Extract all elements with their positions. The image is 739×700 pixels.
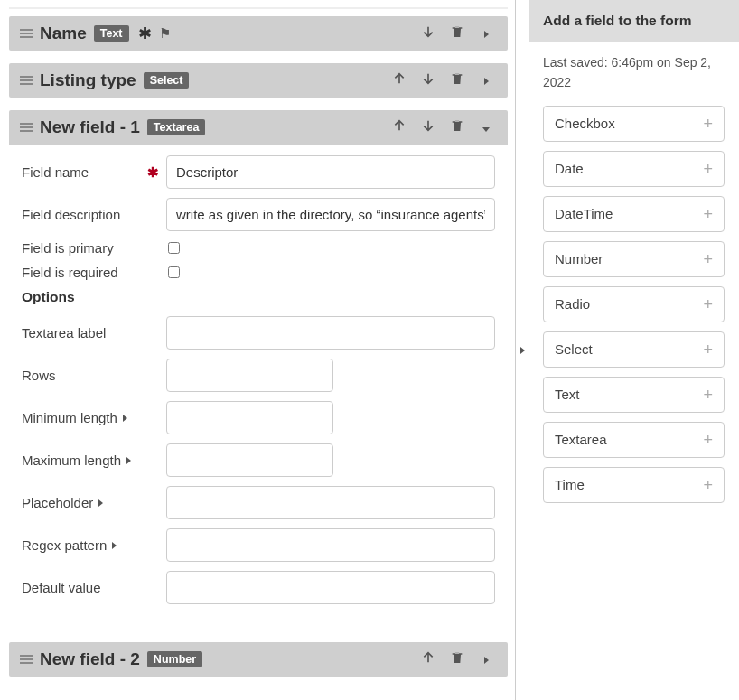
row-field-description: Field description	[22, 198, 495, 231]
delete-button[interactable]	[446, 650, 468, 668]
row-regex: Regex pattern	[22, 528, 495, 562]
field-type-radio[interactable]: Radio+	[543, 286, 725, 322]
field-type-date[interactable]: Date+	[543, 151, 725, 187]
collapse-button[interactable]	[475, 119, 497, 135]
chevron-right-icon	[112, 542, 117, 549]
field-type-textarea[interactable]: Textarea+	[543, 422, 725, 458]
field-description-input[interactable]	[166, 198, 495, 231]
plus-icon: +	[703, 116, 713, 132]
sidebar: Add a field to the form Last saved: 6:46…	[529, 0, 739, 700]
field-card-header[interactable]: Name Text ✱ ⚑	[9, 16, 508, 51]
expand-button[interactable]	[475, 651, 497, 667]
plus-icon: +	[703, 341, 713, 358]
move-up-button[interactable]	[388, 118, 410, 136]
expand-button[interactable]	[475, 72, 497, 89]
max-length-input[interactable]	[166, 443, 333, 477]
label-field-name: Field name ✱	[22, 164, 166, 181]
field-type-number[interactable]: Number+	[543, 241, 725, 277]
plus-icon: +	[703, 296, 713, 313]
field-type-badge: Number	[147, 651, 202, 667]
field-type-label: Checkbox	[555, 116, 615, 131]
field-type-label: Textarea	[555, 432, 607, 447]
sidebar-body: Last saved: 6:46pm on Sep 2, 2022 Checkb…	[529, 42, 739, 523]
field-title: New field - 2	[40, 649, 140, 669]
field-type-text[interactable]: Text+	[543, 377, 725, 413]
chevron-right-icon	[98, 499, 103, 507]
move-up-button[interactable]	[417, 650, 439, 668]
plus-icon: +	[703, 432, 713, 448]
form-fields-panel: Name Text ✱ ⚑ Listing type Select	[0, 0, 516, 700]
sidebar-title: Add a field to the form	[529, 0, 739, 42]
field-title: Name	[40, 23, 87, 43]
field-primary-checkbox[interactable]	[168, 242, 180, 254]
field-card: Name Text ✱ ⚑	[9, 16, 508, 51]
move-down-button[interactable]	[417, 71, 439, 89]
label-rows: Rows	[22, 368, 166, 383]
drag-handle-icon[interactable]	[20, 123, 33, 132]
field-type-datetime[interactable]: DateTime+	[543, 196, 725, 232]
expand-button[interactable]	[475, 25, 497, 42]
label-textarea-label: Textarea label	[22, 325, 166, 341]
move-down-button[interactable]	[417, 118, 439, 136]
field-name-input[interactable]	[166, 155, 495, 189]
delete-button[interactable]	[446, 71, 468, 89]
field-card-header[interactable]: Listing type Select	[9, 63, 508, 98]
drag-handle-icon[interactable]	[20, 76, 33, 85]
field-type-label: DateTime	[555, 206, 613, 221]
field-type-label: Radio	[555, 296, 590, 312]
field-type-label: Date	[555, 161, 584, 176]
chevron-right-icon	[123, 415, 127, 422]
row-rows: Rows	[22, 359, 495, 392]
plus-icon: +	[703, 251, 713, 267]
default-value-input[interactable]	[166, 571, 495, 604]
row-textarea-label: Textarea label	[22, 316, 495, 350]
field-type-checkbox[interactable]: Checkbox+	[543, 106, 725, 142]
field-type-list: Checkbox+ Date+ DateTime+ Number+ Radio+…	[543, 106, 725, 503]
field-card-header[interactable]: New field - 1 Textarea	[9, 110, 508, 145]
row-max-length: Maximum length	[22, 443, 495, 477]
field-card: Listing type Select	[9, 63, 508, 98]
delete-button[interactable]	[446, 24, 468, 42]
field-card-body: Field name ✱ Field description Field is …	[9, 145, 508, 630]
required-icon: ✱	[138, 23, 152, 43]
min-length-input[interactable]	[166, 401, 333, 434]
field-title: Listing type	[40, 70, 136, 90]
top-divider	[9, 7, 508, 9]
field-type-badge: Select	[144, 72, 190, 89]
field-card: New field - 2 Number	[9, 642, 508, 677]
field-title: New field - 1	[40, 117, 140, 137]
field-card-header[interactable]: New field - 2 Number	[9, 642, 508, 677]
row-field-primary: Field is primary	[22, 240, 495, 256]
textarea-label-input[interactable]	[166, 316, 495, 350]
field-card-expanded: New field - 1 Textarea Field name ✱	[9, 110, 508, 630]
label-field-required: Field is required	[22, 265, 166, 280]
flag-icon: ⚑	[159, 25, 171, 42]
regex-input[interactable]	[166, 528, 495, 562]
row-default: Default value	[22, 571, 495, 604]
row-field-required: Field is required	[22, 265, 495, 280]
placeholder-input[interactable]	[166, 486, 495, 519]
field-type-badge: Text	[94, 25, 129, 42]
row-min-length: Minimum length	[22, 401, 495, 434]
label-min-length: Minimum length	[22, 410, 166, 425]
field-required-checkbox[interactable]	[168, 266, 180, 278]
row-field-name: Field name ✱	[22, 155, 495, 189]
sidebar-toggle[interactable]	[516, 0, 529, 700]
chevron-right-icon	[520, 347, 525, 354]
last-saved-text: Last saved: 6:46pm on Sep 2, 2022	[543, 52, 725, 93]
move-up-button[interactable]	[388, 71, 410, 89]
plus-icon: +	[703, 206, 713, 222]
chevron-right-icon	[126, 457, 131, 464]
field-type-select[interactable]: Select+	[543, 331, 725, 368]
field-type-label: Number	[555, 251, 603, 266]
field-type-label: Text	[555, 387, 580, 402]
drag-handle-icon[interactable]	[20, 29, 33, 38]
rows-input[interactable]	[166, 359, 333, 392]
move-down-button[interactable]	[417, 24, 439, 42]
field-type-time[interactable]: Time+	[543, 467, 725, 503]
label-default: Default value	[22, 580, 166, 595]
row-placeholder: Placeholder	[22, 486, 495, 519]
drag-handle-icon[interactable]	[20, 655, 33, 664]
plus-icon: +	[703, 161, 713, 177]
delete-button[interactable]	[446, 118, 468, 136]
